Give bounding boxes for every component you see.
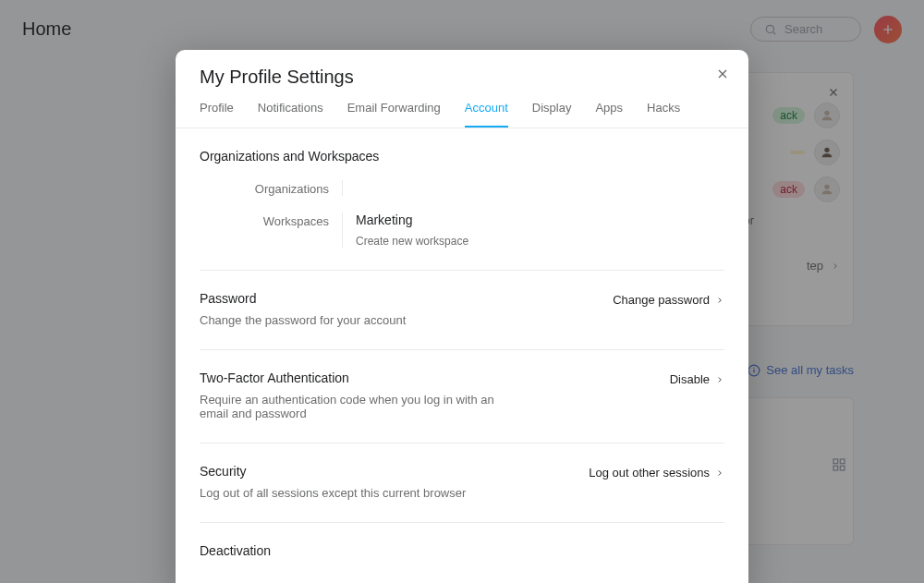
tab-profile[interactable]: Profile [200, 101, 234, 128]
modal-title: My Profile Settings [200, 67, 724, 88]
tab-email-forwarding[interactable]: Email Forwarding [347, 101, 441, 128]
section-security: Security Log out of all sessions except … [200, 443, 724, 522]
section-description: Log out of all sessions except this curr… [200, 486, 466, 500]
section-two-factor: Two-Factor Authentication Require an aut… [200, 349, 724, 443]
section-title: Password [200, 291, 406, 306]
section-password: Password Change the password for your ac… [200, 270, 724, 349]
close-icon [715, 67, 730, 81]
settings-modal: My Profile Settings Profile Notification… [176, 50, 748, 583]
tabs: Profile Notifications Email Forwarding A… [176, 88, 748, 128]
close-button[interactable] [715, 67, 730, 84]
section-title: Two-Factor Authentication [200, 370, 505, 385]
section-title: Deactivation [200, 543, 724, 558]
create-workspace-link[interactable]: Create new workspace [356, 235, 724, 248]
section-description: Require an authentication code when you … [200, 393, 505, 420]
workspace-name[interactable]: Marketing [356, 213, 724, 227]
section-description: Change the password for your account [200, 313, 406, 327]
chevron-right-icon [715, 296, 724, 305]
disable-2fa-link[interactable]: Disable [670, 370, 724, 386]
section-organizations-workspaces: Organizations and Workspaces Organizatio… [200, 145, 724, 270]
chevron-right-icon [715, 468, 724, 478]
tab-hacks[interactable]: Hacks [647, 101, 680, 128]
tab-apps[interactable]: Apps [595, 101, 623, 128]
tab-display[interactable]: Display [532, 101, 572, 128]
logout-sessions-link[interactable]: Log out other sessions [589, 464, 724, 480]
tab-account[interactable]: Account [465, 101, 508, 128]
change-password-link[interactable]: Change password [613, 291, 724, 307]
tab-notifications[interactable]: Notifications [258, 101, 323, 128]
workspaces-label: Workspaces [200, 213, 329, 248]
section-title: Security [200, 464, 466, 479]
section-title: Organizations and Workspaces [200, 149, 724, 164]
modal-overlay[interactable]: My Profile Settings Profile Notification… [0, 0, 924, 583]
section-deactivation: Deactivation [200, 522, 724, 583]
chevron-right-icon [715, 375, 724, 384]
organizations-label: Organizations [200, 180, 329, 196]
